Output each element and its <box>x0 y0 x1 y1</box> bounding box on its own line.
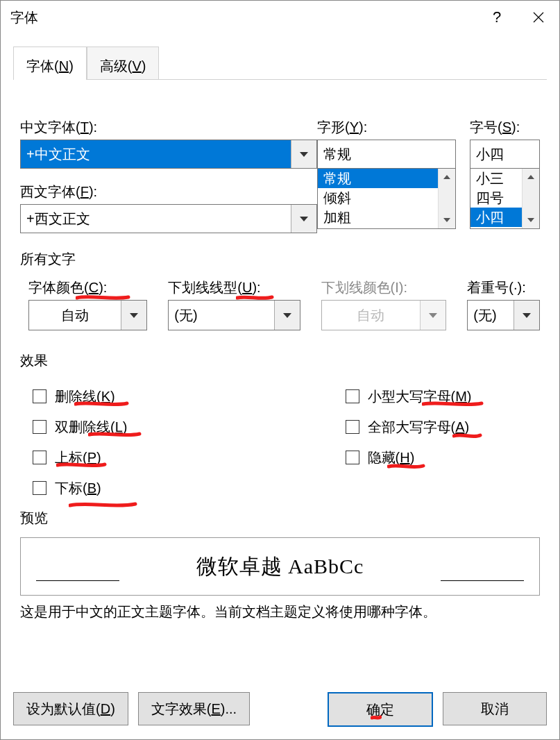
chk-small-caps[interactable]: 小型大写字母(M) <box>346 381 541 412</box>
size-option[interactable]: 四号 <box>470 188 522 208</box>
cancel-button[interactable]: 取消 <box>443 692 547 725</box>
emphasis-dropdown-button[interactable] <box>514 301 539 330</box>
en-font-combo[interactable]: +西文正文 <box>20 204 317 233</box>
underline-color-combo: 自动 <box>321 300 447 330</box>
tab-font-label: 字体(N) <box>26 57 74 76</box>
preview-label: 预览 <box>20 509 540 528</box>
chevron-down-icon <box>429 313 437 318</box>
style-input[interactable]: 常规 <box>317 140 456 168</box>
style-value[interactable]: 常规 <box>318 140 455 168</box>
tab-strip: 字体(N) 高级(V) <box>13 47 547 80</box>
preview-note: 这是用于中文的正文主题字体。当前文档主题定义将使用哪种字体。 <box>20 603 540 621</box>
preview-sample: 微软卓越 AaBbCc <box>196 553 364 581</box>
style-option[interactable]: 加粗 <box>318 208 438 227</box>
style-option[interactable]: 倾斜 <box>318 188 438 208</box>
checkbox-icon <box>346 451 359 464</box>
cn-font-dropdown-button[interactable] <box>291 140 316 168</box>
underline-style-dropdown-button[interactable] <box>274 301 300 330</box>
tab-font[interactable]: 字体(N) <box>13 47 87 80</box>
font-color-label: 字体颜色(C): <box>28 278 147 297</box>
emphasis-value[interactable]: (无) <box>468 301 514 330</box>
font-color-value[interactable]: 自动 <box>29 301 121 330</box>
chk-double-strikethrough[interactable]: 双删除线(L) <box>33 412 228 442</box>
checkbox-icon <box>346 420 359 434</box>
font-color-combo[interactable]: 自动 <box>28 300 147 330</box>
window-title: 字体 <box>10 8 38 27</box>
chevron-up-icon <box>443 175 450 179</box>
tab-advanced[interactable]: 高级(V) <box>87 47 160 80</box>
preview-box: 微软卓越 AaBbCc <box>20 537 540 596</box>
size-scrollbar[interactable] <box>522 169 539 228</box>
size-listbox[interactable]: 小三 四号 小四 <box>470 168 540 229</box>
cancel-label: 取消 <box>481 700 509 718</box>
en-font-dropdown-button[interactable] <box>291 205 316 233</box>
scroll-down-button[interactable] <box>523 212 539 228</box>
emphasis-label: 着重号(·): <box>467 278 540 297</box>
tab-advanced-label: 高级(V) <box>100 57 146 76</box>
text-effects-button[interactable]: 文字效果(E)... <box>138 692 250 725</box>
size-option[interactable]: 小三 <box>470 169 522 188</box>
ok-button[interactable]: 确定 <box>328 692 433 727</box>
underline-color-value: 自动 <box>322 301 421 330</box>
chk-all-caps[interactable]: 全部大写字母(A) <box>346 412 541 442</box>
emphasis-combo[interactable]: (无) <box>467 300 540 330</box>
chk-strikethrough[interactable]: 删除线(K) <box>33 381 228 412</box>
checkbox-icon <box>33 481 46 495</box>
set-default-button[interactable]: 设为默认值(D) <box>13 692 128 725</box>
chevron-down-icon <box>130 313 138 318</box>
underline-color-dropdown-button <box>420 301 446 330</box>
size-value[interactable]: 小四 <box>470 140 539 168</box>
size-label: 字号(S): <box>470 118 540 137</box>
chevron-down-icon <box>283 313 291 318</box>
underline-style-value[interactable]: (无) <box>169 301 273 330</box>
close-button[interactable] <box>518 1 559 34</box>
checkbox-icon <box>346 389 359 403</box>
chevron-down-icon <box>300 152 308 157</box>
scroll-up-button[interactable] <box>523 169 539 185</box>
close-icon <box>533 12 544 23</box>
ok-label: 确定 <box>366 700 394 719</box>
cn-font-value[interactable]: +中文正文 <box>21 140 291 168</box>
font-color-dropdown-button[interactable] <box>121 301 146 330</box>
title-bar: 字体 ? <box>1 1 559 34</box>
chevron-down-icon <box>523 313 531 318</box>
all-text-label: 所有文字 <box>20 250 540 269</box>
checkbox-icon <box>33 420 46 434</box>
chevron-down-icon <box>300 217 308 221</box>
chevron-down-icon <box>443 218 450 222</box>
en-font-label: 西文字体(F): <box>20 183 317 201</box>
cn-font-combo[interactable]: +中文正文 <box>20 140 317 169</box>
cn-font-label: 中文字体(T): <box>20 118 317 137</box>
chk-subscript[interactable]: 下标(B) <box>33 473 228 503</box>
size-input[interactable]: 小四 <box>470 140 540 168</box>
scroll-down-button[interactable] <box>439 212 455 228</box>
underline-style-combo[interactable]: (无) <box>168 300 300 330</box>
help-button[interactable]: ? <box>476 1 518 34</box>
scroll-up-button[interactable] <box>439 169 455 185</box>
checkbox-icon <box>33 451 46 464</box>
underline-color-label: 下划线颜色(I): <box>321 278 447 297</box>
style-scrollbar[interactable] <box>438 169 455 228</box>
style-label: 字形(Y): <box>317 118 456 137</box>
checkbox-icon <box>33 389 46 403</box>
underline-style-label: 下划线线型(U): <box>168 278 300 297</box>
chk-hidden[interactable]: 隐藏(H) <box>346 442 541 473</box>
chevron-down-icon <box>527 218 534 222</box>
effects-label: 效果 <box>20 351 540 370</box>
style-listbox[interactable]: 常规 倾斜 加粗 <box>317 168 456 229</box>
chk-superscript[interactable]: 上标(P) <box>33 442 228 473</box>
chevron-up-icon <box>527 175 534 179</box>
size-option[interactable]: 小四 <box>470 208 522 227</box>
en-font-value[interactable]: +西文正文 <box>21 205 291 233</box>
style-option[interactable]: 常规 <box>318 169 438 188</box>
